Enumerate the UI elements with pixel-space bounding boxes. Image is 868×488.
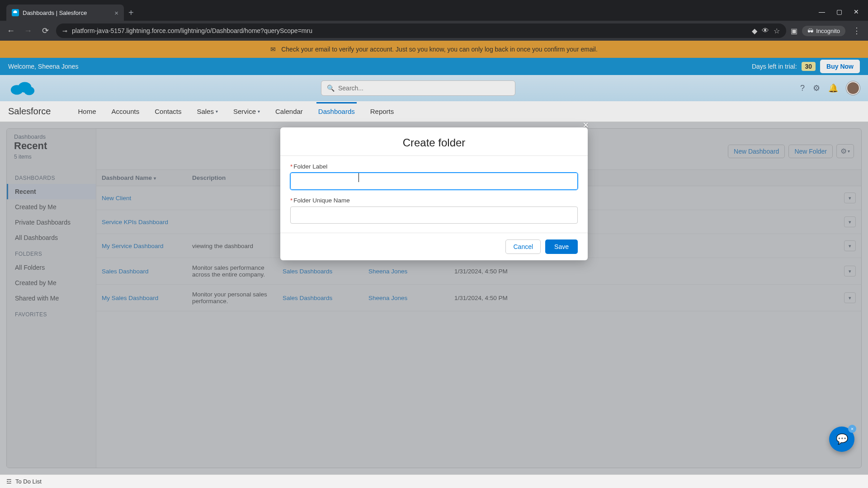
browser-menu-icon[interactable]: ⋮ (850, 26, 863, 36)
browser-tab[interactable]: Dashboards | Salesforce × (6, 5, 124, 21)
search-icon: 🔍 (327, 84, 335, 92)
help-icon[interactable]: ? (800, 84, 805, 93)
modal-close-icon[interactable]: × (583, 119, 589, 131)
window-close-icon[interactable]: ✕ (853, 8, 860, 15)
reload-button[interactable]: ⟳ (39, 26, 52, 36)
new-tab-button[interactable]: + (124, 8, 138, 21)
side-panel-icon[interactable]: ▣ (791, 27, 797, 35)
chevron-down-icon: ▾ (216, 109, 218, 114)
nav-dashboards[interactable]: Dashboards (316, 102, 357, 121)
extension-icon[interactable]: ◆ (752, 27, 757, 35)
global-header: 🔍 Search... ? ⚙ 🔔 (0, 75, 868, 101)
days-left-badge: 30 (802, 62, 816, 71)
notification-bell-icon[interactable]: 🔔 (828, 83, 838, 93)
welcome-text: Welcome, Sheena Jones (8, 63, 78, 70)
footer-bar: ☲ To Do List (0, 474, 868, 488)
user-avatar[interactable] (846, 81, 860, 95)
folder-unique-name-label: *Folder Unique Name (290, 197, 578, 204)
buy-now-button[interactable]: Buy Now (820, 60, 860, 73)
modal-title: Create folder (280, 127, 588, 156)
salesforce-favicon (12, 9, 19, 16)
back-button[interactable]: ← (5, 26, 17, 36)
folder-label-input[interactable] (290, 173, 578, 190)
nav-calendar[interactable]: Calendar (274, 102, 305, 121)
forward-button: → (22, 26, 34, 36)
site-info-icon[interactable]: ⊸ (62, 28, 67, 34)
app-name: Salesforce (8, 106, 51, 117)
create-folder-modal: × Create folder *Folder Label *Folder Un… (280, 127, 588, 260)
chat-fab[interactable]: 💬 × (829, 427, 854, 452)
chat-fab-close-icon[interactable]: × (848, 425, 856, 433)
save-button[interactable]: Save (545, 239, 578, 254)
nav-service[interactable]: Service▾ (231, 102, 262, 121)
nav-home[interactable]: Home (76, 102, 98, 121)
todo-list-link[interactable]: To Do List (15, 478, 42, 485)
address-bar[interactable]: ⊸ platform-java-5157.lightning.force.com… (56, 23, 786, 38)
browser-tab-strip: Dashboards | Salesforce × + — ▢ ✕ (0, 0, 868, 21)
nav-reports[interactable]: Reports (368, 102, 396, 121)
setup-gear-icon[interactable]: ⚙ (813, 83, 820, 93)
salesforce-logo[interactable] (8, 79, 36, 97)
verify-email-banner: ✉ Check your email to verify your accoun… (0, 41, 868, 58)
window-minimize-icon[interactable]: — (818, 8, 826, 15)
url-text: platform-java-5157.lightning.force.com/l… (72, 27, 747, 34)
cancel-button[interactable]: Cancel (505, 239, 541, 254)
tab-close-icon[interactable]: × (114, 9, 118, 17)
todo-list-icon[interactable]: ☲ (6, 478, 12, 485)
chat-icon: 💬 (836, 433, 848, 445)
folder-label-label: *Folder Label (290, 163, 578, 170)
nav-sales[interactable]: Sales▾ (195, 102, 220, 121)
chevron-down-icon: ▾ (258, 109, 260, 114)
app-nav: Salesforce Home Accounts Contacts Sales▾… (0, 101, 868, 122)
trial-bar: Welcome, Sheena Jones Days left in trial… (0, 58, 868, 75)
tab-title: Dashboards | Salesforce (23, 9, 111, 16)
eye-off-icon[interactable]: 👁 (762, 27, 769, 35)
browser-toolbar: ← → ⟳ ⊸ platform-java-5157.lightning.for… (0, 21, 868, 41)
search-placeholder: Search... (338, 84, 363, 92)
nav-contacts[interactable]: Contacts (153, 102, 183, 121)
global-search[interactable]: 🔍 Search... (321, 80, 515, 96)
svg-point-2 (24, 86, 34, 95)
window-maximize-icon[interactable]: ▢ (835, 8, 843, 15)
incognito-icon: 🕶 (807, 28, 813, 34)
folder-unique-name-input[interactable] (290, 206, 578, 224)
bookmark-star-icon[interactable]: ☆ (774, 27, 780, 35)
incognito-badge: 🕶 Incognito (802, 26, 845, 36)
nav-accounts[interactable]: Accounts (110, 102, 142, 121)
mail-icon: ✉ (270, 46, 276, 53)
